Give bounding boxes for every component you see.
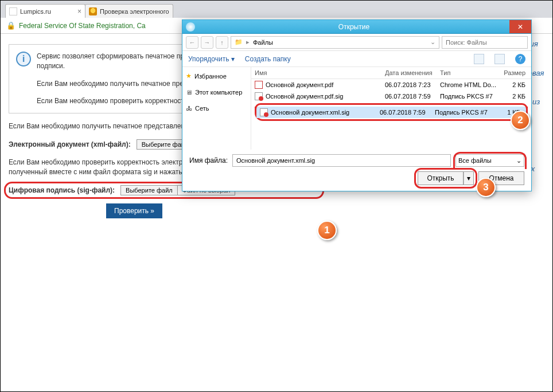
app-icon	[186, 22, 195, 32]
tab-label: Lumpics.ru	[20, 8, 51, 15]
highlight-top	[255, 103, 528, 109]
file-date: 06.07.2018 7:59	[381, 91, 437, 102]
filename-label: Имя файла:	[189, 156, 228, 164]
lock-icon: 🔒	[6, 21, 15, 30]
tree-this-pc[interactable]: 🖥Этот компьютер	[185, 87, 248, 97]
filetype-select[interactable]: Все файлы ⌄	[455, 154, 524, 167]
tree-network[interactable]: 🖧Сеть	[185, 103, 248, 113]
step-badge-3: 3	[476, 178, 496, 197]
preview-pane-button[interactable]	[494, 54, 505, 64]
file-list-header: Имя Дата изменения Тип Размер	[251, 67, 531, 79]
nav-forward-button[interactable]: →	[201, 36, 213, 49]
col-name[interactable]: Имя	[251, 67, 381, 79]
folder-icon: 📁	[235, 38, 243, 46]
filetype-value: Все файлы	[458, 157, 492, 164]
file-size: 2 КБ	[500, 79, 531, 91]
check-button[interactable]: Проверить »	[106, 203, 162, 218]
info-icon: i	[16, 52, 31, 66]
help-button[interactable]: ?	[515, 54, 525, 64]
file-name: Основной документ.pdf.sig	[266, 93, 343, 100]
open-button[interactable]: Открыть	[418, 171, 464, 185]
file-row[interactable]: Основной документ.pdf.sig 06.07.2018 7:5…	[251, 91, 531, 102]
file-name: Основной документ.pdf	[266, 81, 333, 88]
search-input[interactable]	[442, 36, 528, 49]
organize-menu[interactable]: Упорядочить ▾	[188, 55, 235, 63]
favicon-icon	[9, 7, 17, 15]
col-size[interactable]: Размер	[500, 67, 531, 79]
address-text: Federal Service Of State Registration, C…	[19, 22, 146, 30]
chevron-down-icon[interactable]: ⌄	[430, 38, 435, 46]
open-file-dialog: Открытие ✕ ← → ↑ 📁 ▸ Файлы ⌄ Упорядочить…	[182, 19, 532, 191]
view-options-button[interactable]	[474, 54, 484, 64]
tree-label: Сеть	[195, 105, 209, 112]
file-type: Chrome HTML Do...	[437, 79, 500, 91]
sig-icon	[260, 108, 268, 116]
open-button-wrap: Открыть ▾	[418, 171, 474, 185]
chevron-right-icon: ▸	[246, 38, 250, 46]
open-dropdown-button[interactable]: ▾	[464, 171, 474, 185]
pdf-icon	[255, 81, 263, 89]
breadcrumb[interactable]: 📁 ▸ Файлы ⌄	[231, 36, 439, 49]
tab-label: Проверка электронного	[100, 8, 169, 15]
tab-lumpics[interactable]: Lumpics.ru ×	[5, 4, 85, 18]
browser-tabs: Lumpics.ru × Проверка электронного	[1, 1, 552, 18]
dialog-title: Открытие	[198, 23, 509, 31]
col-date[interactable]: Дата изменения	[381, 67, 437, 79]
favicon-icon	[89, 7, 97, 15]
tree-label: Этот компьютер	[195, 89, 242, 96]
step-badge-2: 2	[511, 111, 530, 130]
tab-rosreestr[interactable]: Проверка электронного	[85, 4, 173, 18]
col-type[interactable]: Тип	[437, 67, 500, 79]
file-type: Подпись PKCS #7	[437, 91, 500, 102]
tree-label: Избранное	[194, 73, 227, 80]
filename-input[interactable]	[232, 154, 451, 167]
choose-sig-button[interactable]: Выберите файл	[120, 185, 178, 195]
sig-file-label: Цифровая подпись (sig-файл):	[9, 186, 115, 194]
dialog-body: ★Избранное 🖥Этот компьютер 🖧Сеть Имя Дат…	[182, 67, 531, 150]
dialog-titlebar: Открытие ✕	[182, 20, 531, 34]
file-row[interactable]: Основной документ.pdf 06.07.2018 7:23 Ch…	[251, 79, 531, 91]
tree-favorites[interactable]: ★Избранное	[185, 70, 248, 81]
close-icon[interactable]: ×	[77, 7, 81, 15]
xml-file-label: Электронный документ (xml-файл):	[9, 140, 131, 148]
new-folder-button[interactable]: Создать папку	[245, 55, 291, 63]
dialog-close-button[interactable]: ✕	[509, 20, 531, 33]
nav-up-button[interactable]: ↑	[216, 36, 228, 49]
dialog-toolbar: Упорядочить ▾ Создать папку ?	[182, 51, 531, 67]
folder-tree: ★Избранное 🖥Этот компьютер 🖧Сеть	[182, 67, 251, 150]
dialog-nav-row: ← → ↑ 📁 ▸ Файлы ⌄	[182, 34, 531, 51]
chevron-down-icon: ⌄	[516, 157, 521, 164]
file-date: 06.07.2018 7:23	[381, 79, 437, 91]
step-badge-1: 1	[317, 221, 337, 240]
network-icon: 🖧	[186, 105, 192, 112]
file-name: Основной документ.xml.sig	[271, 109, 349, 116]
file-list: Имя Дата изменения Тип Размер Основной д…	[251, 67, 531, 150]
breadcrumb-item[interactable]: Файлы	[253, 39, 273, 46]
star-icon: ★	[186, 72, 192, 80]
file-size: 2 КБ	[500, 91, 531, 102]
sig-icon	[255, 92, 263, 100]
pc-icon: 🖥	[186, 89, 192, 96]
nav-back-button[interactable]: ←	[186, 36, 198, 49]
